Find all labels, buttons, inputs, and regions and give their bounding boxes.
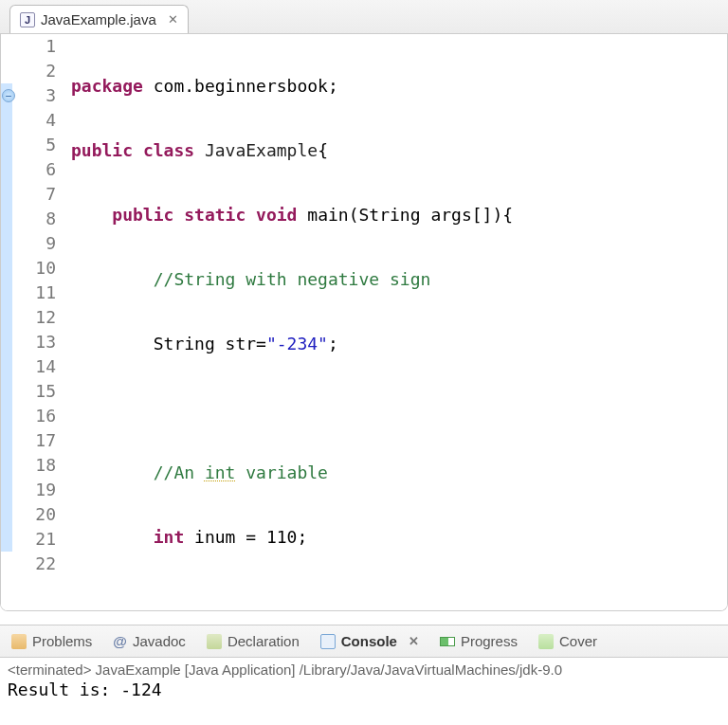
code-line: //An int variable bbox=[71, 461, 727, 485]
line-number: 10 bbox=[16, 256, 56, 281]
code-line bbox=[71, 589, 727, 611]
console-body: <terminated> JavaExample [Java Applicati… bbox=[0, 658, 728, 703]
tab-coverage[interactable]: Cover bbox=[538, 633, 597, 649]
line-number: 9 bbox=[16, 231, 56, 256]
bottom-panel: Problems @Javadoc Declaration Console✕ P… bbox=[0, 625, 728, 703]
line-number: 3 bbox=[16, 83, 56, 108]
tab-console[interactable]: Console✕ bbox=[320, 633, 419, 649]
code-line: String str="-234"; bbox=[71, 332, 727, 356]
close-tab-icon[interactable]: ✕ bbox=[168, 12, 178, 27]
console-icon bbox=[320, 634, 336, 649]
line-number: 6 bbox=[16, 157, 56, 182]
code-line bbox=[71, 396, 727, 421]
code-line: public static void main(String args[]){ bbox=[71, 203, 727, 227]
tab-progress[interactable]: Progress bbox=[440, 633, 518, 649]
line-number: 11 bbox=[16, 281, 56, 305]
javadoc-icon: @ bbox=[113, 633, 127, 649]
line-number-gutter: 1 2 3 4 5 6 7 8 9 10 11 12 13 14 15 16 1… bbox=[16, 34, 65, 610]
line-number: 7 bbox=[16, 182, 56, 207]
line-number: 4 bbox=[16, 108, 56, 133]
line-number: 18 bbox=[16, 453, 56, 478]
active-file-tab[interactable]: J JavaExample.java ✕ bbox=[9, 5, 189, 33]
line-number: 8 bbox=[16, 207, 56, 231]
problems-icon bbox=[11, 634, 27, 649]
line-number: 16 bbox=[16, 404, 56, 428]
progress-icon bbox=[440, 637, 455, 646]
line-number: 5 bbox=[16, 133, 56, 157]
editor-tab-bar: J JavaExample.java ✕ bbox=[0, 0, 728, 34]
line-number: 13 bbox=[16, 330, 56, 354]
bottom-tab-bar: Problems @Javadoc Declaration Console✕ P… bbox=[0, 625, 728, 658]
line-number: 14 bbox=[16, 354, 56, 379]
marker-strip: − bbox=[1, 34, 16, 610]
editor-pane: − 1 2 3 4 5 6 7 8 9 10 11 12 13 14 15 bbox=[0, 34, 728, 611]
code-line: package com.beginnersbook; bbox=[71, 74, 727, 99]
line-number: 20 bbox=[16, 502, 56, 527]
line-number: 21 bbox=[16, 527, 56, 552]
line-number: 22 bbox=[16, 552, 56, 576]
code-area[interactable]: package com.beginnersbook; public class … bbox=[65, 34, 727, 610]
line-number: 17 bbox=[16, 428, 56, 453]
line-number: 15 bbox=[16, 379, 56, 404]
console-output: Result is: -124 bbox=[8, 680, 720, 699]
code-editor[interactable]: − 1 2 3 4 5 6 7 8 9 10 11 12 13 14 15 bbox=[1, 34, 727, 610]
line-number: 2 bbox=[16, 59, 56, 83]
code-line: public class JavaExample{ bbox=[71, 138, 727, 163]
tab-javadoc[interactable]: @Javadoc bbox=[113, 633, 186, 649]
tab-filename: JavaExample.java bbox=[41, 11, 156, 27]
code-line: //String with negative sign bbox=[71, 267, 727, 292]
fold-marker-icon[interactable]: − bbox=[2, 89, 15, 102]
code-line: int inum = 110; bbox=[71, 525, 727, 550]
line-number: 12 bbox=[16, 305, 56, 330]
tab-declaration[interactable]: Declaration bbox=[207, 633, 300, 649]
tab-problems[interactable]: Problems bbox=[11, 633, 92, 649]
line-number: 19 bbox=[16, 478, 56, 502]
line-number: 1 bbox=[16, 34, 56, 59]
coverage-icon bbox=[538, 634, 554, 649]
java-file-icon: J bbox=[20, 12, 35, 27]
console-header: <terminated> JavaExample [Java Applicati… bbox=[8, 662, 720, 678]
close-icon[interactable]: ✕ bbox=[409, 634, 419, 648]
declaration-icon bbox=[207, 634, 222, 649]
